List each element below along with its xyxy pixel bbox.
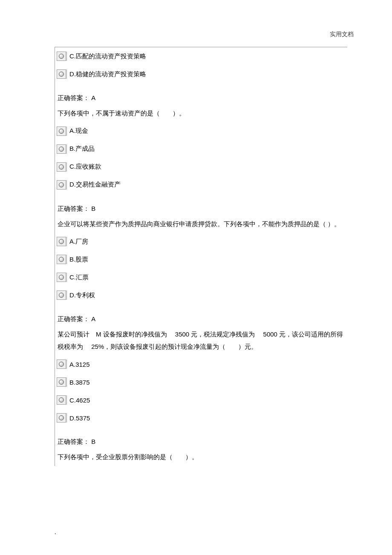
question-text: 某公司预计 M 设备报废时的净残值为 3500 元，税法规定净残值为 5000 … [56, 326, 347, 355]
option-row[interactable]: C.汇票 [56, 268, 347, 286]
question-text: 企业可以将某些资产作为质押品向商业银行申请质押贷款。下列各项中，不能作为质押品的… [56, 216, 347, 233]
option-row[interactable]: C.应收账款 [56, 158, 347, 176]
option-row[interactable]: D.稳健的流动资产投资策略 [56, 65, 347, 83]
option-label: B.3875 [69, 379, 90, 386]
page-header-label: 实用文档 [330, 31, 354, 38]
radio-icon[interactable] [57, 273, 66, 282]
divider [66, 127, 67, 136]
correct-answer: 正确答案： B [56, 197, 347, 216]
option-label: D.5375 [69, 414, 90, 422]
radio-icon[interactable] [57, 180, 66, 190]
divider [66, 413, 67, 423]
option-label: C.应收账款 [69, 163, 101, 171]
option-label: A.厂房 [69, 238, 88, 246]
option-row[interactable]: A.现金 [56, 122, 347, 140]
option-row[interactable]: D.交易性金融资产 [56, 176, 347, 194]
radio-icon[interactable] [57, 144, 66, 154]
divider [66, 255, 67, 264]
option-label: D.稳健的流动资产投资策略 [69, 70, 146, 78]
radio-icon[interactable] [57, 52, 66, 61]
radio-icon[interactable] [57, 255, 66, 264]
footer-marker: . [55, 529, 56, 536]
radio-icon[interactable] [57, 127, 66, 136]
option-label: A.3125 [69, 361, 90, 368]
option-row[interactable]: D.5375 [56, 409, 347, 427]
option-row[interactable]: C.匹配的流动资产投资策略 [56, 47, 347, 65]
divider [66, 290, 67, 300]
radio-icon[interactable] [57, 395, 66, 405]
correct-answer: 正确答案： B [56, 430, 347, 449]
radio-icon[interactable] [57, 413, 66, 423]
question-text: 下列各项中，受企业股票分割影响的是（ ）。 [56, 449, 347, 466]
option-label: D.交易性金融资产 [69, 181, 121, 189]
option-row[interactable]: B.产成品 [56, 140, 347, 158]
document-body: C.匹配的流动资产投资策略D.稳健的流动资产投资策略正确答案： A下列各项中，不… [55, 47, 347, 466]
divider [66, 69, 67, 79]
divider [66, 180, 67, 190]
divider [66, 377, 67, 387]
divider [66, 359, 67, 369]
option-label: C.匹配的流动资产投资策略 [69, 52, 146, 60]
radio-icon[interactable] [57, 237, 66, 246]
option-label: A.现金 [69, 127, 88, 135]
divider [66, 395, 67, 405]
question-text: 下列各项中，不属于速动资产的是（ ）。 [56, 105, 347, 122]
option-label: B.股票 [69, 256, 88, 264]
radio-icon[interactable] [57, 69, 66, 79]
divider [66, 273, 67, 282]
option-row[interactable]: B.3875 [56, 373, 347, 391]
option-row[interactable]: B.股票 [56, 250, 347, 268]
divider [66, 162, 67, 172]
radio-icon[interactable] [57, 377, 66, 387]
radio-icon[interactable] [57, 162, 66, 172]
divider [66, 237, 67, 246]
option-label: B.产成品 [69, 145, 95, 153]
radio-icon[interactable] [57, 290, 66, 300]
correct-answer: 正确答案： A [56, 308, 347, 326]
option-row[interactable]: A.厂房 [56, 233, 347, 250]
correct-answer: 正确答案： A [56, 86, 347, 105]
divider [66, 52, 67, 61]
option-label: D.专利权 [69, 291, 95, 299]
divider [66, 144, 67, 154]
option-label: C.汇票 [69, 273, 89, 282]
option-row[interactable]: C.4625 [56, 391, 347, 409]
option-row[interactable]: A.3125 [56, 355, 347, 373]
radio-icon[interactable] [57, 359, 66, 369]
option-row[interactable]: D.专利权 [56, 286, 347, 304]
option-label: C.4625 [69, 397, 90, 404]
